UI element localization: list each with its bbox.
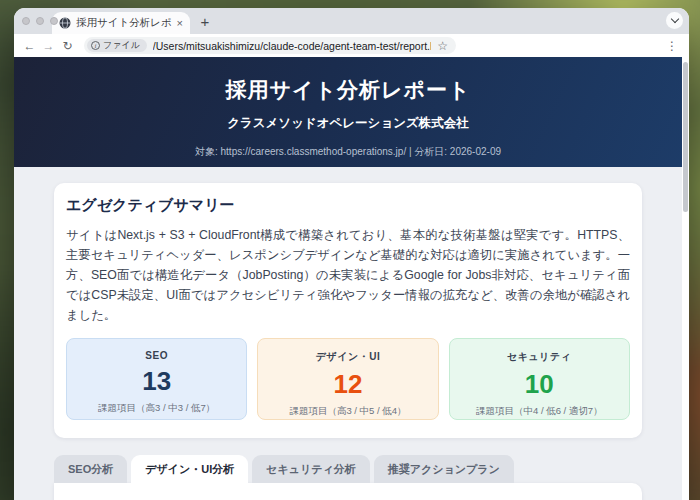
stat-value: 12 [258, 371, 437, 397]
stat-value: 10 [450, 371, 629, 397]
zoom-window-button[interactable] [50, 17, 58, 25]
scrollbar-thumb[interactable] [683, 62, 688, 212]
globe-favicon-icon [59, 17, 71, 29]
stat-card-security: セキュリティ 10 課題項目（中4 / 低6 / 適切7） [449, 338, 630, 420]
stat-caption: 課題項目（高3 / 中5 / 低4） [258, 405, 437, 418]
summary-body: サイトはNext.js + S3 + CloudFront構成で構築されており、… [66, 225, 630, 325]
page-title: 採用サイト分析レポート [14, 76, 682, 104]
browser-toolbar: ← → ↻ i ファイル /Users/mitsuakishimizu/clau… [14, 34, 689, 57]
report-meta: 対象: https://careers.classmethod-operatio… [14, 145, 682, 159]
bookmark-star-icon[interactable]: ☆ [437, 39, 448, 53]
page-scrollbar[interactable] [682, 57, 689, 500]
stats-row: SEO 13 課題項目（高3 / 中3 / 低7） デザイン・UI 12 課題項… [66, 338, 630, 420]
tab-search-button[interactable] [666, 12, 683, 29]
stat-caption: 課題項目（中4 / 低6 / 適切7） [450, 405, 629, 418]
new-tab-button[interactable]: + [194, 12, 216, 34]
tab-action-plan[interactable]: 推奨アクションプラン [374, 455, 514, 483]
stat-label: デザイン・UI [258, 350, 437, 364]
info-icon: i [91, 41, 100, 50]
stat-card-design-ui: デザイン・UI 12 課題項目（高3 / 中5 / 低4） [257, 338, 438, 420]
stat-caption: 課題項目（高3 / 中3 / 低7） [67, 402, 246, 415]
chevron-down-icon [670, 15, 678, 23]
report-header: 採用サイト分析レポート クラスメソッドオペレーションズ株式会社 対象: http… [14, 57, 682, 167]
executive-summary-card: エグゼクティブサマリー サイトはNext.js + S3 + CloudFron… [54, 183, 642, 438]
reload-icon[interactable]: ↻ [60, 39, 75, 53]
url-text[interactable]: /Users/mitsuakishimizu/claude-code/agent… [153, 40, 431, 52]
minimize-window-button[interactable] [36, 17, 44, 25]
window-controls [22, 17, 58, 25]
tab-strip: 採用サイト分析レポート - クラス × + [14, 8, 689, 34]
report-page: 採用サイト分析レポート クラスメソッドオペレーションズ株式会社 対象: http… [14, 57, 682, 500]
stat-label: セキュリティ [450, 350, 629, 364]
file-scheme-chip[interactable]: i ファイル [87, 39, 147, 52]
tab-security-analysis[interactable]: セキュリティ分析 [252, 455, 370, 483]
file-chip-label: ファイル [103, 39, 140, 52]
forward-icon[interactable]: → [41, 39, 56, 53]
company-name: クラスメソッドオペレーションズ株式会社 [14, 115, 682, 132]
tab-title: 採用サイト分析レポート - クラス [76, 16, 172, 30]
stat-card-seo: SEO 13 課題項目（高3 / 中3 / 低7） [66, 338, 247, 420]
summary-heading: エグゼクティブサマリー [66, 196, 630, 215]
tab-design-ui-analysis[interactable]: デザイン・UI分析 [131, 455, 248, 483]
analysis-tabs: SEO分析 デザイン・UI分析 セキュリティ分析 推奨アクションプラン [54, 455, 642, 483]
stat-label: SEO [67, 350, 246, 361]
close-window-button[interactable] [22, 17, 30, 25]
tab-close-icon[interactable]: × [177, 18, 183, 29]
stat-value: 13 [67, 368, 246, 394]
back-icon[interactable]: ← [22, 39, 37, 53]
browser-window: 採用サイト分析レポート - クラス × + ← → ↻ i ファイル /User… [14, 8, 689, 500]
address-bar[interactable]: i ファイル /Users/mitsuakishimizu/claude-cod… [84, 37, 456, 54]
tab-seo-analysis[interactable]: SEO分析 [54, 455, 127, 483]
page-viewport: 採用サイト分析レポート クラスメソッドオペレーションズ株式会社 対象: http… [14, 57, 689, 500]
browser-tab[interactable]: 採用サイト分析レポート - クラス × [52, 12, 190, 34]
browser-menu-icon[interactable]: ⋮ [663, 39, 681, 53]
design-ui-panel: デザイン・UI分析 [54, 483, 642, 500]
